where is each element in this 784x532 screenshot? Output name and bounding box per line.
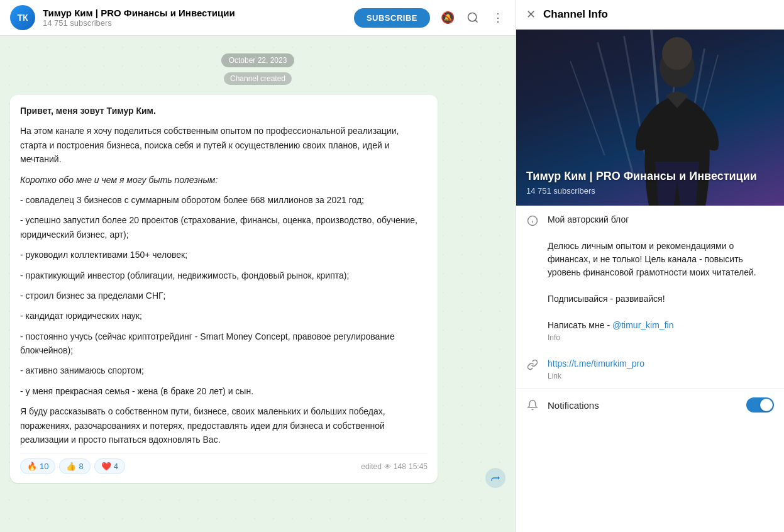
message-text: Привет, меня зовут Тимур Ким. На этом ка…: [20, 104, 428, 446]
link-type-label: Link: [548, 372, 774, 380]
chat-header: ТК Тимур Ким | PRO Финансы и Инвестиции …: [0, 0, 516, 36]
views-icon: 👁: [384, 463, 391, 470]
channel-link[interactable]: https://t.me/timurkim_pro: [548, 358, 644, 369]
more-options-icon[interactable]: ⋮: [490, 10, 505, 25]
notifications-label-row: Notifications: [526, 399, 599, 411]
description-row: Мой авторский блог Делюсь личным опытом …: [516, 206, 784, 350]
notifications-row: Notifications: [516, 388, 784, 421]
forward-button[interactable]: [485, 468, 505, 488]
toggle-knob: [760, 399, 773, 411]
link-row: https://t.me/timurkim_pro Link: [516, 350, 784, 388]
description-content: Мой авторский блог Делюсь личным опытом …: [548, 213, 774, 342]
mute-icon[interactable]: 🔕: [440, 10, 455, 25]
hero-overlay-text: Тимур Ким | PRO Финансы и Инвестиции 14 …: [526, 169, 757, 196]
close-button[interactable]: ✕: [526, 8, 536, 21]
channel-subscribers: 14 751 subscribers: [43, 18, 346, 28]
subscribe-button[interactable]: SUBSCRIBE: [354, 8, 430, 28]
bell-icon: [526, 399, 539, 411]
date-label: October 22, 2023: [10, 53, 505, 67]
header-actions: SUBSCRIBE 🔕 ⋮: [354, 8, 505, 28]
notifications-text: Notifications: [548, 400, 599, 411]
hero-image: Тимур Ким | PRO Финансы и Инвестиции 14 …: [516, 30, 784, 206]
contact-type-label: Info: [548, 333, 774, 342]
info-panel-title: Channel Info: [543, 8, 608, 21]
hero-subscribers: 14 751 subscribers: [526, 186, 757, 196]
info-header: ✕ Channel Info: [516, 0, 784, 30]
reaction-heart[interactable]: ❤️4: [94, 458, 125, 474]
link-content: https://t.me/timurkim_pro Link: [548, 357, 774, 380]
reactions-row: 🔥10 👍8 ❤️4 edited 👁 148 15:45: [20, 453, 428, 474]
svg-point-2: [662, 37, 692, 70]
notifications-toggle[interactable]: [746, 397, 774, 413]
description-text: Мой авторский блог Делюсь личным опытом …: [548, 213, 774, 332]
contact-link[interactable]: @timur_kim_fin: [612, 320, 673, 330]
chat-panel: ТК Тимур Ким | PRO Финансы и Инвестиции …: [0, 0, 516, 532]
chat-body: October 22, 2023 Channel created Привет,…: [0, 36, 516, 532]
link-icon: [526, 358, 539, 371]
reaction-thumbs-up[interactable]: 👍8: [59, 458, 90, 474]
hero-channel-name: Тимур Ким | PRO Финансы и Инвестиции: [526, 169, 757, 184]
channel-avatar: ТК: [10, 5, 35, 30]
search-icon[interactable]: [465, 10, 480, 25]
reaction-fire[interactable]: 🔥10: [20, 458, 55, 474]
svg-point-0: [468, 13, 477, 21]
info-panel: ✕ Channel Info: [516, 0, 784, 532]
channel-name-header: Тимур Ким | PRO Финансы и Инвестиции: [43, 8, 346, 18]
message-meta: edited 👁 148 15:45: [361, 462, 428, 471]
channel-hero: Тимур Ким | PRO Финансы и Инвестиции 14 …: [516, 30, 784, 206]
message-bubble: Привет, меня зовут Тимур Ким. На этом ка…: [10, 95, 438, 483]
info-icon: [526, 214, 539, 227]
channel-info-header: Тимур Ким | PRO Финансы и Инвестиции 14 …: [43, 8, 346, 28]
channel-created-badge: Channel created: [10, 72, 505, 85]
